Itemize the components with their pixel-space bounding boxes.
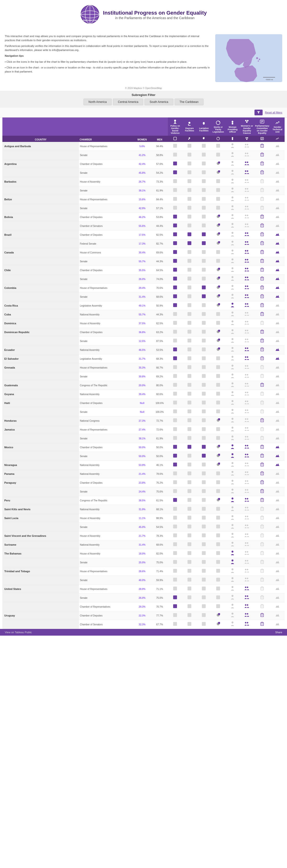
chamber-cell[interactable]: Chamber of Deputies: [79, 328, 133, 337]
icon-daycare[interactable]: [182, 186, 197, 195]
icon-lactation[interactable]: [197, 390, 211, 399]
icon-caucus[interactable]: [240, 390, 254, 399]
country-cell[interactable]: Jamaica: [2, 425, 79, 434]
icon-presiding[interactable]: [225, 576, 240, 585]
icon-quota[interactable]: [211, 292, 225, 301]
icon-lactation[interactable]: [197, 284, 211, 292]
icon-presiding[interactable]: [225, 461, 240, 469]
icon-lactation[interactable]: [197, 310, 211, 319]
icon-committee[interactable]: [254, 576, 270, 585]
icon-techunit[interactable]: [270, 593, 285, 602]
icon-presiding[interactable]: [225, 372, 240, 381]
icon-daycare[interactable]: [182, 443, 197, 452]
icon-quota[interactable]: [211, 390, 225, 399]
chamber-cell[interactable]: National Assembly: [79, 540, 133, 549]
icon-gbv[interactable]: [168, 328, 182, 337]
icon-gbv[interactable]: [168, 390, 182, 399]
icon-lactation[interactable]: [197, 434, 211, 443]
icon-caucus[interactable]: [240, 239, 254, 248]
icon-presiding[interactable]: [225, 328, 240, 337]
icon-quota[interactable]: [211, 239, 225, 248]
tableau-link[interactable]: View on Tableau Public: [5, 631, 32, 634]
icon-daycare[interactable]: [182, 514, 197, 523]
icon-techunit[interactable]: [270, 337, 285, 346]
icon-committee[interactable]: [254, 168, 270, 177]
icon-presiding[interactable]: [225, 434, 240, 443]
icon-presiding[interactable]: [225, 204, 240, 213]
icon-daycare[interactable]: [182, 593, 197, 602]
icon-daycare[interactable]: [182, 328, 197, 337]
country-cell[interactable]: [2, 337, 79, 346]
icon-lactation[interactable]: [197, 585, 211, 593]
icon-committee[interactable]: [254, 160, 270, 168]
icon-committee[interactable]: [254, 611, 270, 620]
country-cell[interactable]: Paraguay: [2, 478, 79, 487]
icon-caucus[interactable]: [240, 496, 254, 505]
col-header-tech-unit[interactable]: Gender Technical Unit: [270, 118, 285, 136]
icon-lactation[interactable]: [197, 372, 211, 381]
country-cell[interactable]: Grenada: [2, 363, 79, 372]
icon-gbv[interactable]: [168, 284, 182, 292]
icon-lactation[interactable]: [197, 558, 211, 567]
icon-lactation[interactable]: [197, 567, 211, 576]
icon-lactation[interactable]: [197, 469, 211, 478]
icon-quota[interactable]: [211, 531, 225, 540]
icon-presiding[interactable]: [225, 346, 240, 354]
icon-daycare[interactable]: [182, 469, 197, 478]
icon-presiding[interactable]: [225, 363, 240, 372]
col-header-gbv[interactable]: Policy on Gender-based Violence: [168, 118, 182, 136]
icon-gbv[interactable]: [168, 505, 182, 514]
chamber-cell[interactable]: House of Assembly: [79, 514, 133, 523]
icon-lactation[interactable]: [197, 620, 211, 629]
icon-techunit[interactable]: [270, 204, 285, 213]
chamber-cell[interactable]: House of Representatives: [79, 284, 133, 292]
icon-committee[interactable]: [254, 425, 270, 434]
icon-caucus[interactable]: [240, 381, 254, 390]
icon-quota[interactable]: [211, 416, 225, 425]
icon-lactation[interactable]: [197, 505, 211, 514]
icon-gbv[interactable]: [168, 230, 182, 239]
chamber-cell[interactable]: Senate: [79, 275, 133, 284]
icon-gbv[interactable]: [168, 222, 182, 230]
icon-caucus[interactable]: [240, 160, 254, 168]
icon-daycare[interactable]: [182, 408, 197, 416]
icon-presiding[interactable]: [225, 381, 240, 390]
icon-daycare[interactable]: [182, 248, 197, 257]
icon-caucus[interactable]: [240, 372, 254, 381]
icon-caucus[interactable]: [240, 266, 254, 275]
icon-gbv[interactable]: [168, 549, 182, 558]
icon-lactation[interactable]: [197, 239, 211, 248]
icon-presiding[interactable]: [225, 505, 240, 514]
icon-committee[interactable]: [254, 177, 270, 186]
map-area[interactable]: ~5000 mi: [215, 34, 282, 82]
icon-caucus[interactable]: [240, 576, 254, 585]
icon-lactation[interactable]: [197, 328, 211, 337]
icon-gbv[interactable]: [168, 576, 182, 585]
icon-presiding[interactable]: [225, 390, 240, 399]
icon-techunit[interactable]: [270, 478, 285, 487]
icon-techunit[interactable]: [270, 425, 285, 434]
icon-presiding[interactable]: [225, 496, 240, 505]
chamber-cell[interactable]: Senate: [79, 408, 133, 416]
icon-lactation[interactable]: [197, 177, 211, 186]
icon-caucus[interactable]: [240, 222, 254, 230]
icon-techunit[interactable]: [270, 452, 285, 461]
icon-presiding[interactable]: [225, 611, 240, 620]
icon-techunit[interactable]: [270, 399, 285, 408]
icon-presiding[interactable]: [225, 195, 240, 204]
icon-lactation[interactable]: [197, 461, 211, 469]
chamber-cell[interactable]: National Assembly: [79, 390, 133, 399]
col-header-presiding[interactable]: Woman Presiding Officer: [225, 118, 240, 136]
icon-caucus[interactable]: [240, 248, 254, 257]
icon-quota[interactable]: [211, 363, 225, 372]
country-cell[interactable]: [2, 222, 79, 230]
icon-techunit[interactable]: [270, 434, 285, 443]
country-cell[interactable]: [2, 239, 79, 248]
country-cell[interactable]: Uruguay: [2, 611, 79, 620]
icon-daycare[interactable]: [182, 292, 197, 301]
icon-techunit[interactable]: [270, 292, 285, 301]
icon-presiding[interactable]: [225, 310, 240, 319]
icon-lactation[interactable]: [197, 496, 211, 505]
icon-caucus[interactable]: [240, 408, 254, 416]
icon-techunit[interactable]: [270, 213, 285, 222]
